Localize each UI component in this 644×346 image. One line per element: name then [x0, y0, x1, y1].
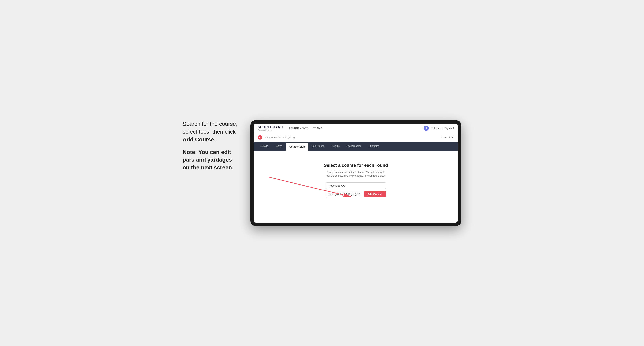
tablet-screen: SCOREBOARD Powered by clippd TOURNAMENTS…: [254, 124, 458, 222]
logo-sub: Powered by clippd: [258, 129, 283, 131]
user-area: R Test User | Sign out: [424, 126, 454, 131]
tournament-logo: C: [258, 135, 262, 140]
instruction-note: Note: You can edit pars and yardages on …: [182, 148, 238, 172]
separator: |: [442, 127, 443, 130]
tee-clear-icon[interactable]: ✕: [356, 193, 358, 196]
tournament-header: C Clippd Invitational (Men) Cancel ✕: [254, 133, 458, 142]
instruction-bold: Add Course: [182, 136, 214, 143]
tab-results[interactable]: Results: [328, 142, 343, 151]
logo-text: SCOREBOARD: [258, 126, 283, 129]
tab-tee-groups[interactable]: Tee Groups: [308, 142, 328, 151]
tee-select-row: Gold (M) (M) (7010 yds) ✕ ▲ ▼ Add Course: [326, 191, 386, 197]
instruction-line1: Search for the course, select tees, then…: [182, 121, 237, 135]
instruction-end: .: [214, 136, 216, 143]
tab-teams[interactable]: Teams: [272, 142, 286, 151]
tab-printables[interactable]: Printables: [365, 142, 383, 151]
sign-out-link[interactable]: Sign out: [445, 127, 454, 130]
user-avatar: R: [424, 126, 429, 131]
nav-teams[interactable]: TEAMS: [313, 127, 322, 130]
instruction-panel: Search for the course, select tees, then…: [182, 120, 238, 176]
app-header: SCOREBOARD Powered by clippd TOURNAMENTS…: [254, 124, 458, 133]
section-description: Search for a course and select a tee. Yo…: [326, 171, 386, 177]
page-wrapper: Search for the course, select tees, then…: [182, 120, 462, 226]
logo-area: SCOREBOARD Powered by clippd: [258, 126, 283, 131]
course-search-input[interactable]: [326, 182, 386, 189]
nav-tournaments[interactable]: TOURNAMENTS: [289, 127, 309, 130]
tournament-name: Clippd Invitational (Men): [264, 136, 295, 139]
tab-course-setup[interactable]: Course Setup: [286, 143, 308, 151]
tablet-device: SCOREBOARD Powered by clippd TOURNAMENTS…: [250, 120, 462, 226]
close-icon: ✕: [452, 136, 454, 139]
tee-select-wrapper: Gold (M) (M) (7010 yds) ✕ ▲ ▼: [326, 191, 362, 197]
tab-details[interactable]: Details: [257, 142, 272, 151]
cancel-button[interactable]: Cancel ✕: [442, 136, 454, 139]
sub-nav: Details Teams Course Setup Tee Groups Re…: [254, 142, 458, 151]
add-course-button[interactable]: Add Course: [364, 191, 386, 197]
tab-leaderboards[interactable]: Leaderboards: [343, 142, 365, 151]
user-name: Test User: [430, 127, 440, 130]
main-content: Select a course for each round Search fo…: [254, 151, 458, 222]
section-title: Select a course for each round: [324, 163, 388, 168]
main-nav: TOURNAMENTS TEAMS: [289, 127, 424, 130]
